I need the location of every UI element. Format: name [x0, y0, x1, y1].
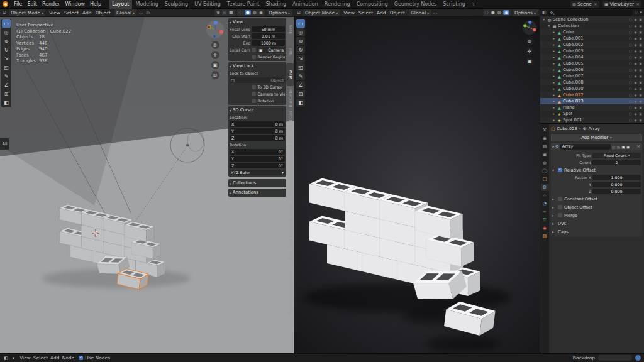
axis-gizmo[interactable]	[522, 20, 537, 35]
workspace-tab[interactable]: Modeling	[132, 0, 161, 9]
viewport-menu-item[interactable]: Object	[94, 10, 113, 16]
viewport-3d-scene-rendered[interactable]	[294, 17, 540, 353]
visibility-toggles[interactable]	[629, 93, 643, 97]
visibility-toggles[interactable]	[629, 80, 643, 84]
scale-tool[interactable]: ⇲	[296, 55, 305, 63]
relative-offset-header[interactable]: ▾ Relative Offset	[552, 167, 641, 173]
visibility-toggles[interactable]	[629, 118, 643, 122]
modifiers-tab[interactable]: ⚙	[541, 184, 549, 191]
factor-field[interactable]: 1.000	[592, 175, 641, 180]
visibility-toggles[interactable]	[629, 24, 643, 28]
cursor-tool[interactable]: ◎	[296, 28, 305, 36]
visibility-toggles[interactable]	[629, 74, 643, 78]
filter-icon[interactable]: ▽	[635, 10, 638, 15]
topbar-menu-item[interactable]: Edit	[25, 1, 40, 7]
perspective-toggle-icon[interactable]: ⊞	[211, 71, 219, 79]
scene-tab[interactable]: ◍	[541, 159, 549, 167]
physics-tab[interactable]: ◔	[541, 200, 549, 207]
expand-caret-icon[interactable]: ▸	[552, 99, 556, 103]
modifier-name-field[interactable]: Array	[560, 144, 611, 150]
visibility-toggles[interactable]	[629, 49, 643, 53]
collapsed-panel[interactable]: ▸ Annotations	[228, 189, 286, 197]
axis-gizmo[interactable]	[206, 20, 225, 39]
bottom-menu-item[interactable]: Node	[61, 355, 76, 361]
fit-type-dropdown[interactable]: Fixed Count ▾	[592, 153, 641, 158]
pin-icon[interactable]	[635, 355, 641, 361]
render-region-checkbox[interactable]	[252, 55, 256, 59]
modifier-subsection-toggle[interactable]: ▸ Constant Offset	[552, 195, 641, 202]
data-tab[interactable]: ▽	[541, 216, 549, 224]
rotate-tool[interactable]: ↻	[2, 46, 11, 54]
measure-tool[interactable]: ∠	[2, 81, 11, 89]
move-tool[interactable]: ⊕	[2, 37, 11, 45]
chevron-down-icon[interactable]: ▾	[640, 10, 642, 15]
rendered-shading-icon[interactable]: ◉	[258, 10, 264, 15]
sidebar-category-tab[interactable]: Edit	[286, 244, 294, 267]
view-panel-header[interactable]: ▾ View	[230, 19, 285, 25]
cinder-block-wall-rendered[interactable]	[309, 178, 496, 337]
object-tab[interactable]: ▢	[541, 175, 549, 183]
lock-checkbox[interactable]	[252, 99, 256, 103]
outliner-row[interactable]: ▸ ▲ Cube	[540, 29, 644, 35]
sidebar-category-tab[interactable]: View	[286, 63, 294, 86]
expand-caret-icon[interactable]: ▾	[542, 18, 546, 21]
texture-tab[interactable]: ▨	[541, 233, 549, 240]
add-modifier-button[interactable]: Add Modifier ▾	[551, 134, 642, 141]
breadcrumb-object[interactable]: Cube.023	[557, 126, 577, 131]
expand-caret-icon[interactable]: ▸	[552, 87, 556, 90]
pan-hand-icon[interactable]: ✛	[526, 47, 534, 55]
expand-caret-icon[interactable]: ▸	[552, 93, 556, 97]
mode-dropdown[interactable]: Object Mode ▾	[9, 9, 45, 16]
material-preview-icon[interactable]: ◍	[252, 10, 257, 15]
sidebar-category-tab[interactable]: Tool	[286, 41, 294, 63]
output-tab[interactable]: ▤	[541, 143, 549, 150]
toggle-xray-icon[interactable]: ▦	[228, 10, 234, 15]
proportional-editing-icon[interactable]: ◎	[145, 10, 150, 15]
workspace-tab[interactable]: Animation	[289, 0, 321, 9]
outliner-row[interactable]: ▸ ▲ Cube.022	[540, 92, 644, 98]
annotate-tool[interactable]: ✎	[2, 72, 11, 80]
node-editor-icon[interactable]: ◧	[3, 356, 9, 361]
show-overlays-icon[interactable]: ◎	[222, 10, 227, 15]
unlink-scene-icon[interactable]: ×	[593, 2, 597, 7]
view-layer-tab[interactable]: ▣	[541, 151, 549, 158]
edit-mode-toggle[interactable]: ▦	[617, 145, 621, 149]
pan-hand-icon[interactable]: ✛	[211, 51, 219, 59]
outliner-row[interactable]: ▸ ▲ Cube.006	[540, 67, 644, 73]
unlink-view-layer-icon[interactable]: ×	[635, 2, 640, 7]
on-cage-toggle[interactable]: ▧	[612, 145, 616, 149]
workspace-tab[interactable]: Geometry Nodes	[391, 0, 440, 9]
visibility-toggles[interactable]	[629, 43, 643, 47]
bottom-menu-item[interactable]: View	[18, 355, 32, 361]
constraints-tab[interactable]: ∞	[541, 208, 549, 216]
outliner-row[interactable]: ▸ ▲ Cube.023	[540, 98, 644, 104]
expand-caret-icon[interactable]: ▸	[552, 68, 556, 72]
mode-dropdown[interactable]: Object Mode ▾	[303, 9, 340, 16]
outliner-row[interactable]: ▸ ▲ Cube.004	[540, 54, 644, 60]
outliner-row[interactable]: ▸ ▲ Cube.020	[540, 85, 644, 92]
editor-type-icon[interactable]: ⊡	[2, 10, 7, 15]
expand-caret-icon[interactable]: ▸	[552, 30, 556, 34]
visibility-toggles[interactable]	[629, 87, 643, 90]
wireframe-shading-icon[interactable]: ◌	[484, 10, 489, 15]
viewport-menu-item[interactable]: Add	[80, 10, 94, 16]
expand-caret-icon[interactable]: ▸	[552, 118, 556, 122]
visibility-toggles[interactable]	[629, 36, 643, 40]
modifier-header[interactable]: ▾ ⚙ Array ▧▦▣◉ ⋮ ×	[551, 143, 642, 150]
use-nodes-toggle[interactable]: Use Nodes	[79, 355, 110, 361]
display-mode-icon[interactable]: ◧	[542, 10, 547, 15]
world-tab[interactable]: ◯	[541, 167, 549, 175]
visibility-toggles[interactable]	[629, 68, 643, 72]
expand-caret-icon[interactable]: ▸	[552, 49, 556, 53]
camera-view-icon[interactable]: ▣	[526, 57, 534, 65]
expand-caret-icon[interactable]: ▸	[552, 80, 556, 84]
camera-view-icon[interactable]: ▣	[211, 61, 219, 69]
orientation-dropdown[interactable]: Global ▾	[409, 9, 431, 16]
outliner-row[interactable]: ▸ ★ Spot.001	[540, 117, 644, 123]
transform-tool[interactable]: ◱	[296, 63, 305, 72]
chevron-down-icon[interactable]: ▾	[12, 356, 16, 361]
expand-caret-icon[interactable]: ▸	[552, 62, 556, 65]
viewport-menu-item[interactable]: Add	[375, 10, 388, 16]
bottom-menu-item[interactable]: Add	[49, 355, 61, 361]
topbar-menu-item[interactable]: File	[11, 1, 25, 7]
